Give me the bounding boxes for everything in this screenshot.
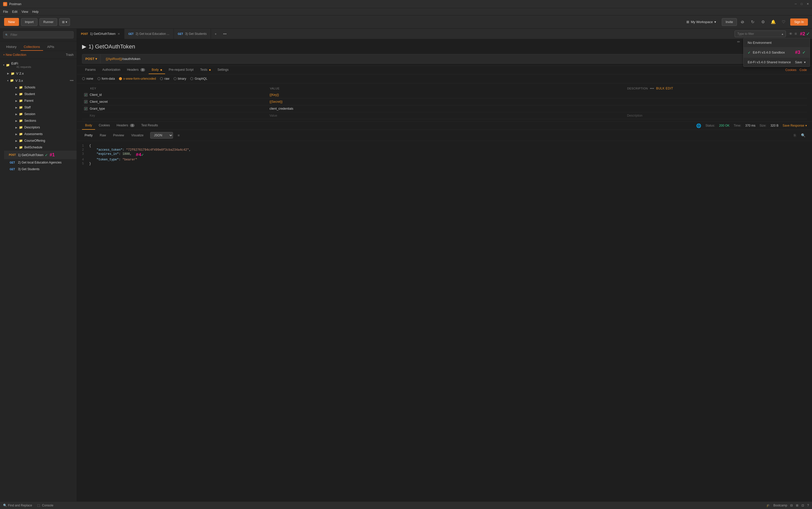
- format-select[interactable]: JSON XML HTML Text: [150, 132, 173, 139]
- trash-button[interactable]: Trash: [66, 53, 74, 57]
- find-replace-button[interactable]: Find and Replace: [8, 504, 32, 507]
- resp-body-tab[interactable]: Body: [82, 122, 95, 130]
- authorization-tab[interactable]: Authorization: [99, 66, 123, 74]
- folder-staff[interactable]: ▶ 📁 Staff: [8, 104, 77, 111]
- search-input[interactable]: [3, 31, 74, 38]
- kv-value-3[interactable]: client_credentials: [270, 107, 625, 110]
- kv-checkbox-1[interactable]: ✓: [84, 93, 88, 97]
- env-option-sandbox[interactable]: ✓ Ed-Fi v3.4.0 Sandbox #3 ✓: [744, 47, 810, 58]
- tab-add-button[interactable]: +: [211, 29, 220, 39]
- tab-request-2[interactable]: GET 2) Get local Education ...: [124, 29, 174, 39]
- folder-schools[interactable]: ▶ 📁 Schools: [8, 84, 77, 91]
- arrow-expand-icon[interactable]: ▶: [82, 43, 87, 50]
- import-button[interactable]: Import: [21, 18, 37, 26]
- tab-request-1[interactable]: POST 1) GetOAuthToken ✕: [77, 29, 124, 39]
- new-collection-button[interactable]: + New Collection: [3, 53, 26, 57]
- kv-checkbox-2[interactable]: ✓: [84, 100, 88, 104]
- folder-student[interactable]: ▶ 📁 Student: [8, 91, 77, 97]
- radio-none[interactable]: none: [82, 77, 93, 80]
- request-item-2[interactable]: GET 2) Get local Education Agencies: [4, 159, 77, 166]
- close-button[interactable]: ✕: [807, 2, 809, 6]
- radio-raw[interactable]: raw: [160, 77, 169, 80]
- minimize-button[interactable]: ─: [795, 2, 797, 6]
- runner-button[interactable]: Runner: [39, 18, 57, 26]
- folder-bellschedule[interactable]: ▶ 📁 BellSchedule: [8, 144, 77, 151]
- visualize-button[interactable]: Visualize: [129, 133, 146, 138]
- save-button-env[interactable]: Save: [795, 61, 802, 64]
- workspace-selector[interactable]: ⊞ My Workspace ▾: [683, 18, 720, 26]
- method-select[interactable]: POST ▾: [82, 54, 100, 63]
- kv-key-2[interactable]: Client_secret: [90, 100, 268, 104]
- resp-headers-tab[interactable]: Headers 6: [113, 122, 138, 130]
- pretty-button[interactable]: Pretty: [82, 133, 95, 138]
- no-internet-icon[interactable]: ⊘: [739, 19, 746, 26]
- filter-settings-icon[interactable]: ≡: [794, 32, 797, 36]
- kv-empty-value[interactable]: Value: [270, 114, 625, 117]
- radio-graphql[interactable]: GraphQL: [190, 77, 207, 80]
- folder-v2x[interactable]: ▶ 📁 V 2.x: [4, 70, 77, 77]
- search-response-button[interactable]: 🔍: [800, 132, 807, 138]
- collection-header-edfi[interactable]: ▾ 📁 EdFi 41 requests: [0, 60, 77, 70]
- eye-icon[interactable]: 👁: [789, 32, 792, 36]
- code-link[interactable]: Code: [800, 68, 807, 72]
- radio-urlencoded[interactable]: x-www-form-urlencoded: [119, 77, 156, 80]
- kv-value-1[interactable]: {{Key}}: [270, 93, 625, 97]
- tab-collections[interactable]: Collections: [21, 43, 43, 51]
- wrap-lines-button[interactable]: ≡: [176, 132, 181, 138]
- kv-checkbox-3[interactable]: ✓: [84, 107, 88, 110]
- layout-button[interactable]: ⊞ ▾: [59, 18, 70, 26]
- tab-apis[interactable]: APIs: [44, 43, 57, 51]
- kv-empty-key[interactable]: Key: [90, 114, 268, 117]
- url-input[interactable]: {{ApiRoot}}/oauth/token: [103, 54, 784, 63]
- bulk-edit-button[interactable]: Bulk Edit: [656, 87, 673, 90]
- kv-value-2[interactable]: {{Secret}}: [270, 100, 625, 104]
- kv-empty-desc[interactable]: Description: [627, 114, 805, 117]
- tests-tab[interactable]: Tests: [197, 66, 214, 74]
- signin-button[interactable]: Sign In: [790, 19, 808, 26]
- tab-1-close-icon[interactable]: ✕: [117, 32, 120, 36]
- settings-icon[interactable]: ⚙: [759, 19, 767, 26]
- save-dropdown-icon[interactable]: ▾: [804, 61, 806, 64]
- preview-button[interactable]: Preview: [110, 133, 127, 138]
- raw-button[interactable]: Raw: [97, 133, 108, 138]
- folder-assessments[interactable]: ▶ 📁 Assessments: [8, 131, 77, 137]
- tab-history[interactable]: History: [3, 43, 20, 51]
- params-tab[interactable]: Params: [82, 66, 99, 74]
- radio-binary[interactable]: binary: [173, 77, 187, 80]
- invite-button[interactable]: Invite: [722, 18, 737, 26]
- notification-icon[interactable]: 🔔: [770, 19, 777, 26]
- folder-sections[interactable]: ▶ 📁 Sections: [8, 117, 77, 124]
- request-item-3[interactable]: GET 3) Get Students: [4, 166, 77, 172]
- radio-form-data[interactable]: form-data: [97, 77, 115, 80]
- cookies-link[interactable]: Cookies: [785, 68, 797, 72]
- maximize-button[interactable]: □: [801, 2, 803, 6]
- layout-1-icon[interactable]: ⊟: [790, 504, 793, 507]
- help-icon[interactable]: ?: [807, 504, 809, 507]
- copy-button[interactable]: ⎘: [792, 132, 798, 138]
- edit-icon[interactable]: ✏: [737, 40, 740, 44]
- folder-descriptors[interactable]: ▶ 📁 Descriptors: [8, 124, 77, 131]
- v3x-more-button[interactable]: •••: [70, 78, 74, 82]
- kv-more-icon[interactable]: •••: [650, 87, 654, 91]
- bootcamp-label[interactable]: Bootcamp: [773, 504, 787, 507]
- prerequest-tab[interactable]: Pre-request Script: [166, 66, 197, 74]
- menu-help[interactable]: Help: [32, 10, 39, 13]
- tab-request-3[interactable]: GET 3) Get Students: [174, 29, 211, 39]
- env-option-shared[interactable]: Ed-Fi v3.4.0 Shared Instance Save ▾: [744, 58, 810, 67]
- heart-icon[interactable]: ♡: [780, 19, 787, 26]
- layout-3-icon[interactable]: ⊡: [802, 504, 804, 507]
- settings-tab[interactable]: Settings: [214, 66, 232, 74]
- tab-more-button[interactable]: •••: [220, 29, 229, 39]
- env-filter-input[interactable]: [735, 31, 786, 37]
- save-response-button[interactable]: Save Response ▾: [782, 124, 807, 127]
- menu-view[interactable]: View: [22, 10, 28, 13]
- kv-key-3[interactable]: Grant_type: [90, 107, 268, 110]
- headers-tab[interactable]: Headers 9: [124, 66, 148, 74]
- folder-courseoffering[interactable]: ▶ 📁 CourseOffering: [8, 137, 77, 144]
- console-button[interactable]: Console: [42, 504, 53, 507]
- env-option-no-env[interactable]: No Environment: [744, 38, 810, 47]
- resp-tests-tab[interactable]: Test Results: [138, 122, 161, 130]
- new-button[interactable]: New: [4, 18, 19, 26]
- refresh-icon[interactable]: ↻: [749, 19, 756, 26]
- request-item-1[interactable]: POST 1) GetOAuthToken ✓ #1: [4, 151, 77, 159]
